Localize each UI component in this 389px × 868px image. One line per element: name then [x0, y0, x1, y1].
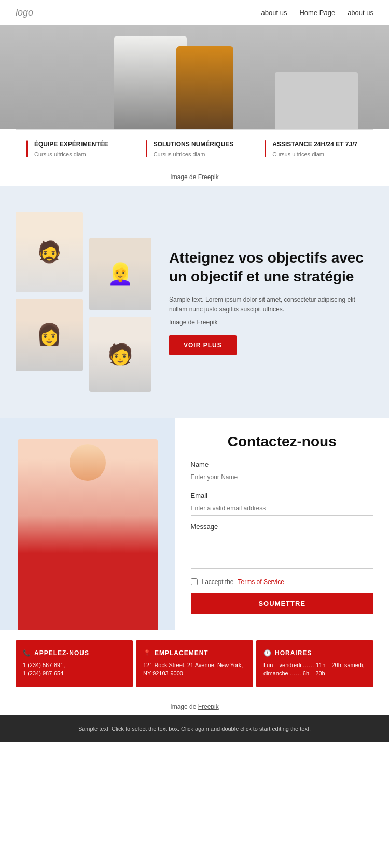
voir-plus-button[interactable]: VOIR PLUS — [169, 335, 237, 355]
contact-section: Contactez-nous Name Email Message I acce… — [0, 418, 389, 630]
team-freepik: Image de Freepik — [169, 319, 373, 326]
contact-form-area: Contactez-nous Name Email Message I acce… — [175, 418, 390, 630]
terms-row: I accept the Terms of Service — [191, 578, 374, 586]
hero-person1 — [114, 36, 187, 129]
nav-link-about[interactable]: about us — [261, 9, 287, 17]
message-label: Message — [191, 523, 374, 531]
team-heading: Atteignez vos objectifs avec un objectif… — [169, 249, 373, 287]
feat-divider-1 — [26, 140, 28, 157]
feature-title-3: ASSISTANCE 24H/24 ET 7J/7 — [272, 140, 357, 149]
contact-heading: Contactez-nous — [191, 433, 374, 450]
team-photo-1: 🧔 — [16, 212, 83, 292]
info-card-hours-title: 🕐 HORAIRES — [263, 649, 366, 657]
info-card-hours: 🕐 HORAIRES Lun – vendredi …… 11h – 20h, … — [256, 640, 373, 687]
footer-text: Sample text. Click to select the text bo… — [78, 726, 311, 732]
submit-button[interactable]: SOUMETTRE — [191, 593, 374, 614]
team-photo-3: 👱‍♀️ — [89, 238, 151, 310]
location-icon: 📍 — [143, 649, 151, 657]
feature-title-2: SOLUTIONS NUMÉRIQUES — [154, 140, 234, 149]
info-cards: 📞 APPELEZ-NOUS 1 (234) 567-891, 1 (234) … — [0, 630, 389, 698]
message-textarea[interactable] — [191, 533, 374, 569]
feature-item-2: SOLUTIONS NUMÉRIQUES Cursus ultrices dia… — [135, 140, 254, 157]
name-label: Name — [191, 460, 374, 468]
info-card-phone-title: 📞 APPELEZ-NOUS — [23, 649, 126, 657]
feature-item-3: ASSISTANCE 24H/24 ET 7J/7 Cursus ultrice… — [254, 140, 373, 157]
info-card-phone: 📞 APPELEZ-NOUS 1 (234) 567-891, 1 (234) … — [16, 640, 133, 687]
team-freepik-link[interactable]: Freepik — [197, 319, 217, 326]
email-field-group: Email — [191, 492, 374, 516]
team-photos: 🧔 👩 👱‍♀️ 🧑 — [16, 212, 151, 392]
feature-item-1: ÉQUIPE EXPÉRIMENTÉE Cursus ultrices diam — [16, 140, 135, 157]
freepik-attribution-2: Image de Freepik — [0, 698, 389, 715]
info-card-location-title: 📍 EMPLACEMENT — [143, 649, 246, 657]
team-content: Atteignez vos objectifs avec un objectif… — [164, 249, 373, 355]
nav-links: about us Home Page about us — [261, 9, 373, 17]
bottom-bar: Sample text. Click to select the text bo… — [0, 715, 389, 743]
hero-image — [0, 25, 389, 129]
hero-silhouettes — [0, 36, 389, 129]
hero-person2 — [176, 46, 233, 129]
team-section: 🧔 👩 👱‍♀️ 🧑 Atteignez vos objectifs avec … — [0, 186, 389, 418]
info-card-phone-body: 1 (234) 567-891, 1 (234) 987-654 — [23, 661, 126, 678]
team-col-left: 🧔 👩 — [16, 212, 83, 392]
terms-text: I accept the — [202, 578, 234, 586]
contact-face — [70, 444, 106, 481]
team-photo-2: 👩 — [16, 299, 83, 371]
info-card-hours-body: Lun – vendredi …… 11h – 20h, samedi, dim… — [263, 661, 366, 678]
email-label: Email — [191, 492, 374, 499]
feature-desc-2: Cursus ultrices diam — [154, 151, 234, 157]
team-body: Sample text. Lorem ipsum dolor sit amet,… — [169, 295, 373, 315]
freepik-link-1[interactable]: Freepik — [198, 173, 219, 181]
clock-icon: 🕐 — [263, 649, 272, 657]
name-field-group: Name — [191, 460, 374, 484]
nav-link-about2[interactable]: about us — [348, 9, 373, 17]
freepik-link-2[interactable]: Freepik — [198, 703, 219, 710]
team-col-right: 👱‍♀️ 🧑 — [89, 238, 151, 392]
terms-link[interactable]: Terms of Service — [238, 578, 284, 586]
phone-icon: 📞 — [23, 649, 31, 657]
contact-image — [0, 418, 175, 630]
features-bar: ÉQUIPE EXPÉRIMENTÉE Cursus ultrices diam… — [16, 129, 373, 168]
feature-desc-3: Cursus ultrices diam — [272, 151, 357, 157]
team-photo-4: 🧑 — [89, 317, 151, 392]
feat-divider-2 — [146, 140, 147, 157]
feature-title-1: ÉQUIPE EXPÉRIMENTÉE — [34, 140, 108, 149]
feat-divider-3 — [265, 140, 266, 157]
terms-checkbox[interactable] — [191, 578, 198, 585]
logo: logo — [16, 7, 33, 18]
message-field-group: Message — [191, 523, 374, 571]
nav-link-home[interactable]: Home Page — [299, 9, 335, 17]
email-input[interactable] — [191, 501, 374, 516]
hero-laptop — [275, 72, 358, 129]
info-card-location: 📍 EMPLACEMENT 121 Rock Street, 21 Avenue… — [136, 640, 253, 687]
contact-person — [18, 439, 158, 630]
navigation: logo about us Home Page about us — [0, 0, 389, 25]
name-input[interactable] — [191, 470, 374, 484]
feature-desc-1: Cursus ultrices diam — [34, 151, 108, 157]
info-card-location-body: 121 Rock Street, 21 Avenue, New York, NY… — [143, 661, 246, 678]
freepik-attribution-1: Image de Freepik — [0, 168, 389, 186]
